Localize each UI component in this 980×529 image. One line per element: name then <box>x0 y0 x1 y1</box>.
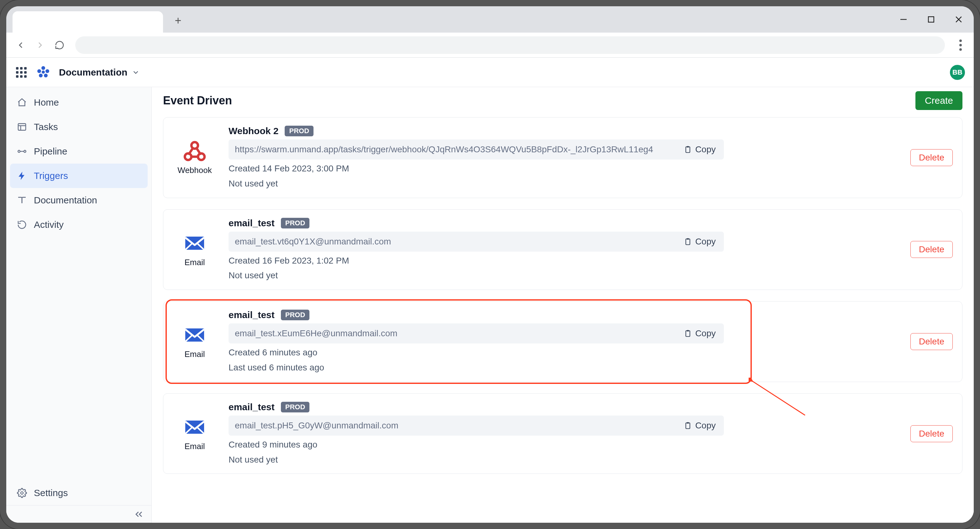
trigger-kind: Email <box>170 416 220 451</box>
sidebar-item-triggers[interactable]: Triggers <box>10 164 148 188</box>
sidebar-label: Tasks <box>34 122 58 132</box>
app-body: Home Tasks Pipeline <box>6 87 974 523</box>
browser-tab[interactable] <box>13 11 163 33</box>
trigger-value-input[interactable] <box>229 323 675 343</box>
sidebar-collapse-button[interactable] <box>133 508 145 520</box>
delete-button[interactable]: Delete <box>910 149 953 166</box>
sidebar-item-documentation[interactable]: Documentation <box>10 188 148 213</box>
svg-point-17 <box>24 151 26 153</box>
window-close-button[interactable] <box>952 13 965 26</box>
create-button[interactable]: Create <box>915 91 963 110</box>
trigger-info: Webhook 2 PROD Copy Created 14 Feb 2023,… <box>229 125 902 190</box>
nav-forward-button[interactable] <box>33 38 48 52</box>
svg-point-4 <box>959 40 962 42</box>
trigger-value-input[interactable] <box>229 232 675 252</box>
sidebar-label: Settings <box>34 488 68 498</box>
trigger-info: email_test PROD Copy Created 9 minutes a… <box>229 402 902 466</box>
tasks-icon <box>17 122 27 132</box>
trigger-name: email_test <box>229 402 275 412</box>
trigger-last-used: Not used yet <box>229 270 902 281</box>
pipeline-icon <box>17 146 27 156</box>
trigger-value-input[interactable] <box>229 416 675 435</box>
trigger-name: email_test <box>229 310 275 320</box>
address-bar[interactable] <box>75 37 945 54</box>
trigger-name: Webhook 2 <box>229 125 278 136</box>
sidebar-item-activity[interactable]: Activity <box>10 213 148 237</box>
sidebar-label: Home <box>34 97 59 108</box>
svg-point-7 <box>41 66 45 70</box>
sidebar-item-pipeline[interactable]: Pipeline <box>10 139 148 164</box>
trigger-created: Created 9 minutes ago <box>229 439 902 451</box>
svg-point-6 <box>959 48 962 51</box>
triggers-icon <box>17 171 27 181</box>
delete-button[interactable]: Delete <box>910 333 953 350</box>
trigger-name: email_test <box>229 218 275 229</box>
apps-grid-button[interactable] <box>15 66 28 79</box>
activity-icon <box>17 220 27 230</box>
trigger-last-used: Not used yet <box>229 178 902 190</box>
new-tab-button[interactable]: + <box>169 12 187 29</box>
user-avatar[interactable]: BB <box>950 65 965 80</box>
trigger-kind-label: Webhook <box>177 165 212 175</box>
documentation-icon <box>17 195 27 205</box>
clipboard-icon <box>683 329 692 338</box>
trigger-info: email_test PROD Copy Created 16 Feb 2023… <box>229 218 902 282</box>
brand-logo[interactable] <box>36 65 51 80</box>
nav-reload-button[interactable] <box>52 38 67 52</box>
copy-label: Copy <box>695 237 716 247</box>
browser-toolbar <box>6 33 974 58</box>
home-icon <box>17 97 27 108</box>
svg-point-12 <box>42 70 45 74</box>
delete-button[interactable]: Delete <box>910 425 953 442</box>
sidebar-label: Triggers <box>34 170 68 181</box>
copy-button[interactable]: Copy <box>675 140 724 159</box>
clipboard-icon <box>683 421 692 430</box>
trigger-info: email_test PROD Copy Created 6 minutes a… <box>229 310 902 373</box>
sidebar-label: Documentation <box>34 195 97 206</box>
window-maximize-button[interactable] <box>925 13 937 26</box>
trigger-created: Created 14 Feb 2023, 3:00 PM <box>229 163 902 175</box>
window-minimize-button[interactable] <box>897 13 910 26</box>
svg-point-10 <box>39 74 43 78</box>
main-content: Event Driven Create Webhook Webhook 2 PR… <box>152 87 974 523</box>
trigger-value-input[interactable] <box>229 140 675 159</box>
sidebar-item-settings[interactable]: Settings <box>10 481 148 505</box>
delete-button[interactable]: Delete <box>910 241 953 258</box>
copy-button[interactable]: Copy <box>675 232 724 252</box>
trigger-kind-label: Email <box>185 442 205 451</box>
env-badge: PROD <box>281 218 310 229</box>
sidebar-nav: Home Tasks Pipeline <box>6 87 151 237</box>
svg-point-11 <box>44 74 48 78</box>
trigger-card: Webhook Webhook 2 PROD Copy Created 14 F… <box>163 117 963 198</box>
email-icon <box>183 232 206 254</box>
copy-label: Copy <box>695 145 716 154</box>
svg-point-8 <box>37 69 41 73</box>
main-scroll[interactable]: Event Driven Create Webhook Webhook 2 PR… <box>152 87 974 523</box>
trigger-card: Email email_test PROD Copy Created 16 Fe… <box>163 209 963 290</box>
browser-window: + <box>6 6 974 523</box>
svg-point-19 <box>21 492 23 494</box>
section-title: Event Driven <box>163 94 232 107</box>
trigger-kind: Email <box>170 232 220 267</box>
copy-button[interactable]: Copy <box>675 416 724 435</box>
copy-button[interactable]: Copy <box>675 323 724 343</box>
copy-label: Copy <box>695 421 716 431</box>
workspace-dropdown[interactable]: Documentation <box>59 67 140 78</box>
section-header: Event Driven Create <box>163 87 963 114</box>
env-badge: PROD <box>285 125 313 136</box>
sidebar-item-tasks[interactable]: Tasks <box>10 115 148 139</box>
trigger-created: Created 6 minutes ago <box>229 346 902 359</box>
browser-tabstrip: + <box>6 6 974 33</box>
window-controls <box>897 6 965 33</box>
sidebar-item-home[interactable]: Home <box>10 90 148 115</box>
settings-icon <box>17 488 27 498</box>
env-badge: PROD <box>281 310 310 320</box>
avatar-initials: BB <box>952 68 963 76</box>
trigger-kind: Email <box>170 324 220 359</box>
browser-menu-button[interactable] <box>953 38 968 52</box>
trigger-kind: Webhook <box>170 140 220 175</box>
trigger-last-used: Last used 6 minutes ago <box>229 362 902 373</box>
sidebar-label: Activity <box>34 219 64 230</box>
sidebar: Home Tasks Pipeline <box>6 87 152 523</box>
nav-back-button[interactable] <box>13 38 28 52</box>
